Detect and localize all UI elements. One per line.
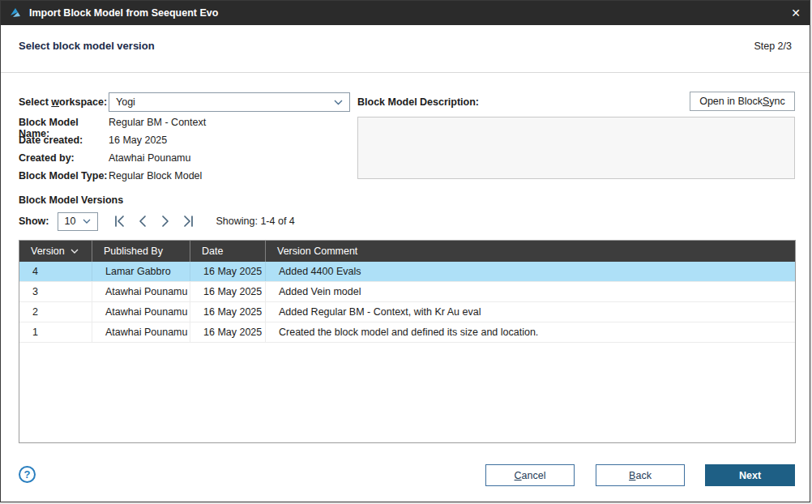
step-indicator: Step 2/3: [754, 41, 792, 52]
help-icon[interactable]: ?: [19, 466, 36, 483]
pagination-bar: Show: 10 Show: [19, 211, 295, 232]
field-value: Atawhai Pounamu: [109, 152, 206, 164]
field-label: Date created:: [19, 135, 109, 146]
dialog-window: Import Block Model from Seequent Evo ✕ S…: [0, 0, 810, 502]
date-cell: 16 May 2025: [190, 302, 266, 322]
dialog-body: Select block model version Step 2/3 Sele…: [1, 25, 810, 502]
workspace-selected-value: Yogi: [116, 96, 135, 108]
first-page-icon[interactable]: [109, 211, 130, 231]
cancel-button[interactable]: Cancel: [485, 464, 575, 486]
table-row[interactable]: 4 Lamar Gabbro 16 May 2025 Added 4400 Ev…: [19, 262, 795, 282]
version-cell: 4: [19, 262, 92, 281]
published-by-cell: Atawhai Pounamu: [92, 282, 190, 301]
published-by-cell: Atawhai Pounamu: [92, 322, 190, 342]
chevron-down-icon: [334, 100, 343, 105]
version-cell: 2: [19, 302, 92, 322]
last-page-icon[interactable]: [177, 211, 199, 231]
close-icon[interactable]: ✕: [782, 1, 810, 25]
table-row[interactable]: 2 Atawhai Pounamu 16 May 2025 Added Regu…: [19, 302, 795, 322]
version-comment-cell: Added Regular BM - Context, with Kr Au e…: [266, 302, 795, 322]
titlebar: Import Block Model from Seequent Evo ✕: [1, 1, 810, 25]
column-header-version[interactable]: Version: [19, 241, 92, 262]
show-label: Show:: [19, 216, 49, 227]
description-box: [357, 117, 795, 179]
page-size-select[interactable]: 10: [58, 212, 98, 231]
table-row[interactable]: 3 Atawhai Pounamu 16 May 2025 Added Vein…: [19, 282, 795, 302]
date-cell: 16 May 2025: [190, 322, 266, 342]
version-comment-cell: Added 4400 Evals: [266, 262, 795, 281]
table-row[interactable]: 1 Atawhai Pounamu 16 May 2025 Created th…: [19, 322, 795, 343]
sort-desc-icon: [71, 249, 79, 254]
column-header-date[interactable]: Date: [190, 241, 266, 262]
field-label: Block Model Type:: [19, 170, 109, 182]
back-button[interactable]: Back: [596, 464, 685, 486]
date-cell: 16 May 2025: [190, 262, 266, 281]
published-by-cell: Atawhai Pounamu: [92, 302, 190, 322]
next-button[interactable]: Next: [705, 464, 795, 486]
page-size-value: 10: [65, 216, 76, 227]
app-icon: [9, 6, 22, 19]
version-cell: 1: [19, 322, 92, 342]
version-comment-cell: Created the block model and defined its …: [266, 322, 795, 342]
workspace-select[interactable]: Yogi: [109, 92, 350, 112]
published-by-cell: Lamar Gabbro: [92, 262, 190, 281]
window-title: Import Block Model from Seequent Evo: [29, 7, 782, 19]
table-header: Version Published By Date Version Commen…: [19, 241, 795, 262]
showing-range-text: Showing: 1-4 of 4: [216, 216, 295, 227]
page-title: Select block model version: [19, 40, 155, 52]
description-label: Block Model Description:: [357, 96, 479, 108]
block-model-details: Block Model Name: Regular BM - Context D…: [19, 117, 206, 188]
field-value: Regular BM - Context: [109, 117, 206, 128]
workspace-label: Select workspace:: [19, 96, 107, 108]
pagination-controls: [109, 211, 199, 231]
versions-section-title: Block Model Versions: [19, 194, 123, 206]
version-comment-cell: Added Vein model: [266, 282, 795, 301]
page-header: Select block model version Step 2/3: [19, 40, 792, 52]
previous-page-icon[interactable]: [132, 211, 153, 231]
table-body: 4 Lamar Gabbro 16 May 2025 Added 4400 Ev…: [19, 262, 795, 442]
header-divider: [1, 72, 810, 73]
field-value: Regular Block Model: [109, 170, 206, 182]
version-cell: 3: [19, 282, 92, 301]
date-cell: 16 May 2025: [190, 282, 266, 301]
column-header-published-by[interactable]: Published By: [92, 241, 190, 262]
field-label: Created by:: [19, 152, 109, 164]
next-page-icon[interactable]: [155, 211, 176, 231]
chevron-down-icon: [83, 219, 91, 224]
column-header-version-comment[interactable]: Version Comment: [266, 241, 795, 262]
field-value: 16 May 2025: [109, 135, 206, 146]
versions-table: Version Published By Date Version Commen…: [19, 240, 796, 443]
open-in-blocksync-button[interactable]: Open in BlockSync: [690, 92, 795, 111]
